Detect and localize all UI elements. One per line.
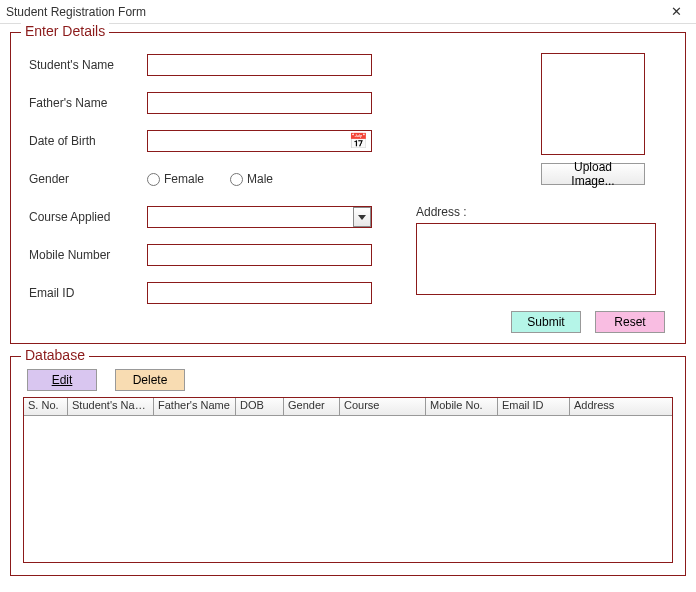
gender-female-radio[interactable]: Female xyxy=(147,172,204,186)
mobile-label: Mobile Number xyxy=(29,248,147,262)
database-label: Database xyxy=(21,347,89,363)
gender-male-input[interactable] xyxy=(230,173,243,186)
edit-button[interactable]: Edit xyxy=(27,369,97,391)
gender-female-label: Female xyxy=(164,172,204,186)
enter-details-label: Enter Details xyxy=(21,23,109,39)
submit-button[interactable]: Submit xyxy=(511,311,581,333)
gender-male-label: Male xyxy=(247,172,273,186)
email-label: Email ID xyxy=(29,286,147,300)
dob-input[interactable] xyxy=(147,130,372,152)
photo-area: Upload Image... xyxy=(541,53,645,185)
enter-details-group: Enter Details Student's Name Father's Na… xyxy=(10,32,686,344)
calendar-icon[interactable]: 📅 xyxy=(349,132,368,150)
close-icon[interactable]: ✕ xyxy=(662,3,690,21)
col-student-name[interactable]: Student's Name xyxy=(68,398,154,416)
col-dob[interactable]: DOB xyxy=(236,398,284,416)
form-fields: Student's Name Father's Name Date of Bir… xyxy=(29,53,389,319)
email-input[interactable] xyxy=(147,282,372,304)
photo-preview xyxy=(541,53,645,155)
delete-button[interactable]: Delete xyxy=(115,369,185,391)
window-title: Student Registration Form xyxy=(6,5,662,19)
gender-male-radio[interactable]: Male xyxy=(230,172,273,186)
col-father-name[interactable]: Father's Name xyxy=(154,398,236,416)
database-group: Database Edit Delete S. No. Student's Na… xyxy=(10,356,686,576)
grid-header-row: S. No. Student's Name Father's Name DOB … xyxy=(24,398,672,416)
gender-female-input[interactable] xyxy=(147,173,160,186)
titlebar: Student Registration Form ✕ xyxy=(0,0,696,24)
course-dropdown-button[interactable] xyxy=(353,207,371,227)
col-address[interactable]: Address xyxy=(570,398,672,416)
student-name-label: Student's Name xyxy=(29,58,147,72)
mobile-input[interactable] xyxy=(147,244,372,266)
address-input[interactable] xyxy=(416,223,656,295)
col-mobile[interactable]: Mobile No. xyxy=(426,398,498,416)
dob-label: Date of Birth xyxy=(29,134,147,148)
student-name-input[interactable] xyxy=(147,54,372,76)
col-gender[interactable]: Gender xyxy=(284,398,340,416)
col-sno[interactable]: S. No. xyxy=(24,398,68,416)
upload-image-button[interactable]: Upload Image... xyxy=(541,163,645,185)
father-name-label: Father's Name xyxy=(29,96,147,110)
reset-button[interactable]: Reset xyxy=(595,311,665,333)
course-input[interactable] xyxy=(147,206,372,228)
data-grid[interactable]: S. No. Student's Name Father's Name DOB … xyxy=(23,397,673,563)
course-label: Course Applied xyxy=(29,210,147,224)
father-name-input[interactable] xyxy=(147,92,372,114)
col-email[interactable]: Email ID xyxy=(498,398,570,416)
col-course[interactable]: Course xyxy=(340,398,426,416)
gender-label: Gender xyxy=(29,172,147,186)
address-label: Address : xyxy=(416,205,656,219)
